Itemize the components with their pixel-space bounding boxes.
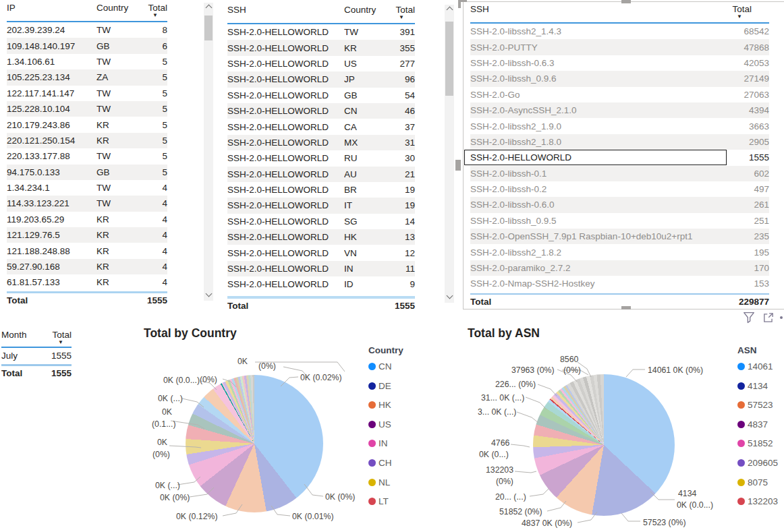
legend-item-DE[interactable]: DE <box>368 380 403 392</box>
legend-item-51852[interactable]: 51852 <box>737 437 778 450</box>
table-row[interactable]: 202.39.239.24TW8 <box>7 22 167 38</box>
legend-item-132203[interactable]: 132203 <box>737 495 778 508</box>
table-row[interactable]: SSH-2.0-HELLOWORLDBR19 <box>227 182 415 198</box>
drag-handle-top-left[interactable] <box>458 0 467 2</box>
scrollbar-thumb[interactable] <box>445 22 453 96</box>
scrollbar-up-button[interactable] <box>445 5 454 15</box>
legend-item-8075[interactable]: 8075 <box>737 476 778 489</box>
table-row[interactable]: SSH-2.0-Go27063 <box>470 87 769 102</box>
legend-item-LT[interactable]: LT <box>368 495 403 508</box>
table-row[interactable]: SSH-2.0-libssh2_1.9.03663 <box>470 118 769 134</box>
scrollbar[interactable] <box>445 5 454 303</box>
table-row[interactable]: 1.34.106.61TW5 <box>7 54 167 69</box>
table-row[interactable]: 1.34.234.1TW4 <box>7 180 167 196</box>
table-row[interactable]: SSH-2.0-HELLOWORLDIT19 <box>227 198 415 213</box>
legend-item-4134[interactable]: 4134 <box>737 380 778 392</box>
column-header-total[interactable]: Total ▼ <box>706 4 769 19</box>
table-row[interactable]: SSH-2.0-libssh-0.6.342053 <box>470 55 769 71</box>
pie-data-label: (0%) <box>496 477 513 486</box>
table-row[interactable]: SSH-2.0-HELLOWORLD1555 <box>470 150 769 165</box>
column-header-total[interactable]: Total ▼ <box>40 330 72 345</box>
table-row[interactable]: SSH-2.0-libssh2_1.8.2195 <box>470 244 769 260</box>
cell: SSH-2.0-libssh2_1.8.2 <box>470 247 706 258</box>
table-row[interactable]: 61.81.57.133KR4 <box>7 274 167 290</box>
table-row[interactable]: SSH-2.0-libssh-0.6.0261 <box>470 197 769 212</box>
table-row[interactable]: SSH-2.0-libssh-0.1602 <box>470 166 769 181</box>
column-header-country[interactable]: Country <box>344 5 381 15</box>
table-row[interactable]: July1555 <box>1 348 72 363</box>
table-row[interactable]: 109.148.140.197GB6 <box>7 38 167 53</box>
legend-item-209605[interactable]: 209605 <box>737 456 778 469</box>
table-row[interactable]: SSH-2.0-HELLOWORLDID9 <box>227 276 415 292</box>
column-header-ip[interactable]: IP <box>7 3 96 13</box>
legend-item-IN[interactable]: IN <box>368 437 403 450</box>
table-row[interactable]: SSH-2.0-AsyncSSH_2.1.04394 <box>470 102 769 118</box>
legend-item-CN[interactable]: CN <box>368 360 403 373</box>
table-row[interactable]: SSH-2.0-paramiko_2.7.2170 <box>470 260 769 276</box>
table-row[interactable]: SSH-2.0-HELLOWORLDIN11 <box>227 261 415 276</box>
legend-item-HK[interactable]: HK <box>368 398 403 411</box>
legend-item-57523[interactable]: 57523 <box>737 398 778 411</box>
table-row[interactable]: 114.33.123.221TW4 <box>7 196 167 211</box>
table-row[interactable]: SSH-2.0-libssh2_1.4.368542 <box>470 24 769 39</box>
table-row[interactable]: SSH-2.0-libssh_0.9.5251 <box>470 213 769 229</box>
filter-funnel-icon[interactable] <box>743 312 755 326</box>
table-row[interactable]: SSH-2.0-HELLOWORLDHK13 <box>227 229 415 245</box>
table-row[interactable]: SSH-2.0-OpenSSH_7.9p1 Raspbian-10+deb10u… <box>470 229 769 244</box>
legend-item-CH[interactable]: CH <box>368 456 403 469</box>
table-row[interactable]: SSH-2.0-HELLOWORLDRU30 <box>227 150 415 166</box>
table-row[interactable]: SSH-2.0-libssh2_1.8.02905 <box>470 134 769 150</box>
table-row[interactable]: 210.179.243.86KR5 <box>7 117 167 132</box>
scrollbar-up-button[interactable] <box>204 3 213 13</box>
table-row[interactable]: SSH-2.0-HELLOWORLDKR355 <box>227 40 415 55</box>
table-row[interactable]: SSH-2.0-Nmap-SSH2-Hostkey153 <box>470 276 769 291</box>
table-row[interactable]: 220.121.250.154KR5 <box>7 133 167 148</box>
table-row[interactable]: SSH-2.0-HELLOWORLDCN46 <box>227 103 415 119</box>
table-row[interactable]: 121.188.248.88KR4 <box>7 243 167 258</box>
open-in-focus-mode-icon[interactable] <box>762 312 775 326</box>
table-row[interactable]: SSH-2.0-HELLOWORLDMX31 <box>227 135 415 150</box>
table-row[interactable]: SSH-2.0-HELLOWORLDGB54 <box>227 88 415 103</box>
table-row[interactable]: 105.225.23.134ZA5 <box>7 69 167 85</box>
table-row[interactable]: SSH-2.0-PUTTY47868 <box>470 39 769 55</box>
scrollbar-down-button[interactable] <box>204 291 213 301</box>
scrollbar-thumb[interactable] <box>204 16 213 40</box>
column-header-ssh[interactable]: SSH <box>227 5 344 15</box>
legend-item-NL[interactable]: NL <box>368 476 403 489</box>
table-row[interactable]: SSH-2.0-HELLOWORLDTW391 <box>227 24 415 40</box>
table-row[interactable]: 59.27.90.168KR4 <box>7 259 167 274</box>
drag-handle-left-center[interactable] <box>455 160 461 171</box>
table-row[interactable]: 125.228.10.104TW5 <box>7 101 167 117</box>
pie-chart-country[interactable] <box>186 375 323 512</box>
drag-handle-top-left[interactable] <box>458 0 461 8</box>
table-row[interactable]: SSH-2.0-HELLOWORLDJP96 <box>227 71 415 87</box>
table-row[interactable]: SSH-2.0-HELLOWORLDAU21 <box>227 167 415 182</box>
table-row[interactable]: 220.133.177.88TW5 <box>7 148 167 164</box>
table-row[interactable]: SSH-2.0-HELLOWORLDSG14 <box>227 214 415 229</box>
drag-handle-top-center[interactable] <box>621 0 631 3</box>
drag-handle-bottom-center[interactable] <box>621 306 631 309</box>
legend-item-4837[interactable]: 4837 <box>737 418 778 431</box>
more-options-icon[interactable] <box>780 316 783 319</box>
table-row[interactable]: SSH-2.0-HELLOWORLDUS277 <box>227 56 415 71</box>
legend-item-14061[interactable]: 14061 <box>737 360 778 373</box>
table-row[interactable]: 94.175.0.133GB5 <box>7 165 167 180</box>
sort-descending-icon: ▼ <box>152 13 158 18</box>
table-row[interactable]: 119.203.65.29KR4 <box>7 212 167 227</box>
table-row[interactable]: SSH-2.0-HELLOWORLDCA37 <box>227 119 415 134</box>
table-row[interactable]: 121.129.76.5KR4 <box>7 227 167 243</box>
table-row[interactable]: SSH-2.0-libssh-0.2497 <box>470 181 769 197</box>
table-row[interactable]: SSH-2.0-libssh_0.9.627149 <box>470 71 769 86</box>
scrollbar[interactable] <box>204 3 213 301</box>
column-header-country[interactable]: Country <box>96 3 135 13</box>
scrollbar-down-button[interactable] <box>445 293 454 303</box>
column-header-total[interactable]: Total ▼ <box>135 3 167 18</box>
column-header-total[interactable]: Total ▼ <box>381 5 415 20</box>
column-header-month[interactable]: Month <box>1 330 40 340</box>
legend-item-US[interactable]: US <box>368 418 403 431</box>
column-header-ssh[interactable]: SSH <box>470 4 706 14</box>
table-row[interactable]: SSH-2.0-HELLOWORLDVN12 <box>227 245 415 260</box>
table-row[interactable]: 122.117.141.147TW5 <box>7 86 167 101</box>
pie-chart-asn[interactable] <box>533 374 675 516</box>
table-body: SSH-2.0-HELLOWORLDTW391SSH-2.0-HELLOWORL… <box>227 24 415 293</box>
